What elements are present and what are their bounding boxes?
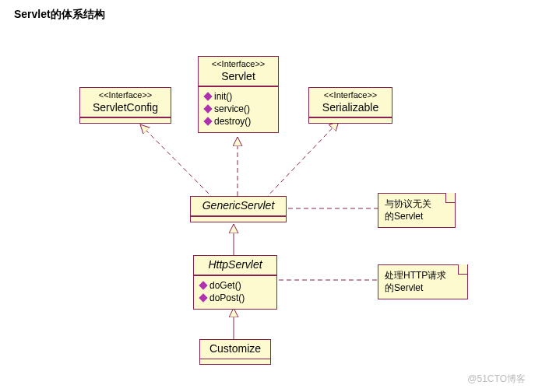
page-title: Servlet的体系结构 (14, 8, 105, 22)
note-line: 与协议无关 (385, 198, 431, 209)
op-label: destroy() (214, 116, 251, 127)
class-servlet: <<Interface>> Servlet init() service() d… (198, 56, 279, 133)
empty-section (200, 359, 270, 364)
note-line: 处理HTTP请求 (385, 270, 446, 281)
class-name: Serializable (314, 101, 387, 115)
empty-section (309, 117, 392, 123)
note-line: 的Servlet (385, 282, 423, 293)
class-servletconfig: <<Interface>> ServletConfig (79, 87, 171, 124)
class-header: <<Interface>> Serializable (309, 88, 392, 117)
watermark: @51CTO博客 (467, 373, 526, 386)
empty-section (80, 117, 171, 123)
operations-section: init() service() destroy() (199, 86, 278, 132)
class-header: Customize (200, 340, 270, 359)
class-customize: Customize (199, 339, 271, 365)
class-header: <<Interface>> ServletConfig (80, 88, 171, 117)
operation: service() (203, 103, 273, 115)
note-line: 的Servlet (385, 211, 423, 222)
class-name: Customize (205, 342, 266, 356)
operation: doGet() (199, 279, 272, 292)
class-genericservlet: GenericServlet (190, 196, 287, 222)
class-httpservlet: HttpServlet doGet() doPost() (193, 255, 277, 310)
class-header: HttpServlet (194, 256, 276, 275)
class-name: GenericServlet (195, 199, 281, 213)
op-label: doPost() (209, 292, 245, 303)
class-name: HttpServlet (199, 258, 272, 272)
class-header: <<Interface>> Servlet (199, 57, 278, 86)
operation: destroy() (203, 115, 273, 128)
diamond-icon (203, 93, 212, 101)
diamond-icon (199, 293, 207, 302)
note-http: 处理HTTP请求 的Servlet (378, 264, 468, 299)
diamond-icon (199, 281, 207, 289)
diamond-icon (203, 105, 212, 114)
operation: doPost() (199, 292, 272, 304)
stereotype-label: <<Interface>> (203, 59, 273, 70)
empty-section (191, 216, 286, 222)
class-name: Servlet (203, 70, 273, 84)
class-name: ServletConfig (85, 101, 166, 115)
stereotype-label: <<Interface>> (314, 90, 387, 101)
op-label: doGet() (209, 280, 241, 291)
stereotype-label: <<Interface>> (85, 90, 166, 101)
op-label: service() (214, 103, 250, 114)
op-label: init() (214, 91, 232, 102)
operations-section: doGet() doPost() (194, 275, 276, 309)
class-serializable: <<Interface>> Serializable (308, 87, 392, 124)
svg-line-1 (140, 124, 214, 199)
class-header: GenericServlet (191, 197, 286, 216)
operation: init() (203, 90, 273, 103)
note-generic: 与协议无关 的Servlet (378, 193, 456, 228)
diamond-icon (203, 117, 212, 126)
